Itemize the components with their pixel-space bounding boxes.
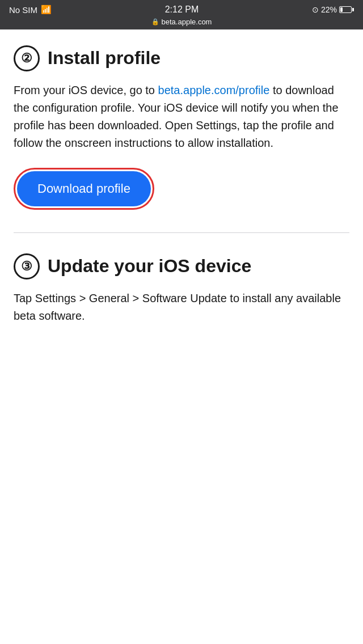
section3-title: Update your iOS device xyxy=(48,256,251,276)
section2-number: ② xyxy=(14,45,40,71)
download-btn-highlight: Download profile xyxy=(14,168,154,210)
section3-header: ③ Update your iOS device xyxy=(14,253,349,279)
url-label: beta.apple.com xyxy=(162,18,212,26)
section2-title: Install profile xyxy=(48,48,161,68)
battery-icon xyxy=(339,6,354,13)
section2-header: ② Install profile xyxy=(14,45,349,71)
carrier-wifi: No SIM 📶 xyxy=(9,5,52,15)
battery-area: ⊙ 22% xyxy=(312,5,354,14)
status-bar: No SIM 📶 2:12 PM ⊙ 22% 🔒 beta.apple.com xyxy=(0,0,363,29)
download-profile-button[interactable]: Download profile xyxy=(17,171,151,206)
carrier-label: No SIM xyxy=(9,5,37,15)
section3-body: Tap Settings > General > Software Update… xyxy=(14,290,349,325)
battery-percent: 22% xyxy=(321,5,337,14)
lock-icon: 🔒 xyxy=(151,18,159,26)
main-content: ② Install profile From your iOS device, … xyxy=(0,29,363,325)
section3-number: ③ xyxy=(14,253,40,279)
section-divider xyxy=(14,232,349,233)
address-bar[interactable]: 🔒 beta.apple.com xyxy=(151,18,212,26)
section2-text-before-link: From your iOS device, go to xyxy=(14,84,158,96)
screen-record-icon: ⊙ xyxy=(312,5,319,14)
time-label: 2:12 PM xyxy=(165,5,199,15)
wifi-icon: 📶 xyxy=(41,5,52,15)
profile-link[interactable]: beta.apple.com/profile xyxy=(158,84,270,96)
section2-body: From your iOS device, go to beta.apple.c… xyxy=(14,82,349,152)
